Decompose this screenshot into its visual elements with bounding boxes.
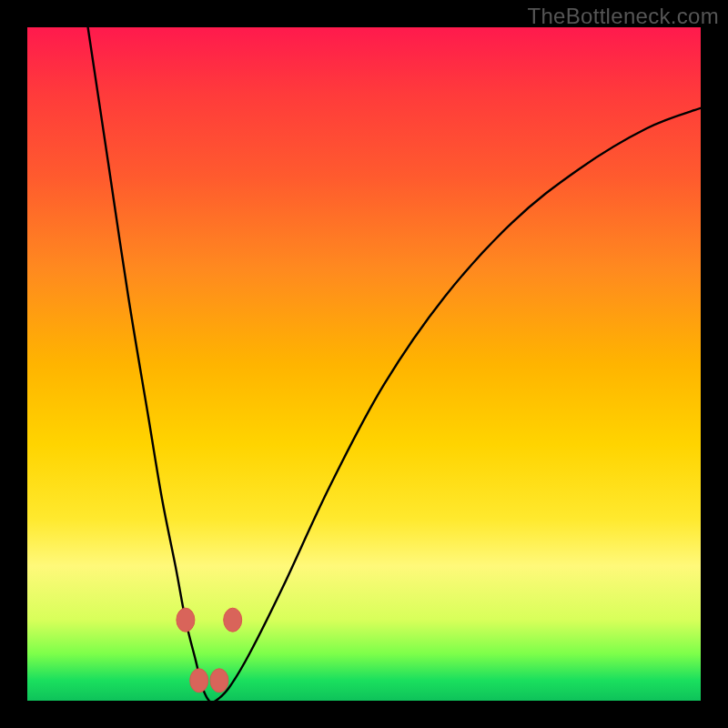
curve-marker [190,669,208,693]
curve-marker [177,608,195,632]
bottleneck-curve-svg [27,27,701,701]
bottleneck-curve-path [88,27,701,701]
curve-markers [177,608,242,693]
watermark-text: TheBottleneck.com [527,4,719,29]
chart-plot-area [27,27,701,701]
curve-marker [210,669,228,693]
curve-marker [224,608,242,632]
